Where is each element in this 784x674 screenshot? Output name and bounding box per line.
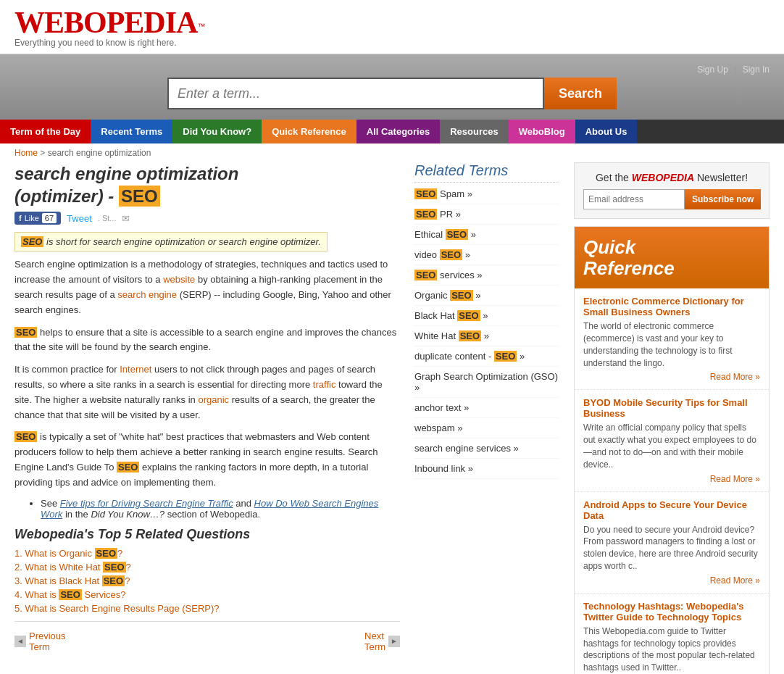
seo-inline-2: SEO bbox=[14, 327, 37, 338]
quick-reference-title: QuickReference bbox=[583, 237, 760, 278]
top5-item-2: 2. What is White Hat SEO? bbox=[14, 562, 400, 573]
quick-reference-header: QuickReference bbox=[575, 227, 769, 288]
prev-arrow-icon: ◄ bbox=[14, 636, 26, 647]
qr-article-desc-2: Do you need to secure your Android devic… bbox=[583, 524, 760, 573]
qr-article-desc-1: Write an official company policy that sp… bbox=[583, 422, 760, 470]
newsletter-title: Get the WEBOPEDIA Newsletter! bbox=[583, 172, 760, 183]
qr-article-link-3[interactable]: Technology Hashtags: Webopedia's Twitter… bbox=[583, 601, 760, 623]
breadcrumb-home[interactable]: Home bbox=[14, 148, 38, 158]
qr-article-0: Electronic Commerce Dictionary for Small… bbox=[575, 288, 769, 390]
newsletter-suffix: Newsletter! bbox=[694, 172, 748, 183]
body-paragraph-1: Search engine optimization is a methodol… bbox=[14, 257, 400, 317]
related-item-8: duplicate content - SEO » bbox=[414, 351, 559, 367]
top5-link-2[interactable]: 2. What is White Hat SEO? bbox=[14, 562, 131, 573]
link-organic[interactable]: organic bbox=[198, 394, 229, 405]
facebook-like[interactable]: f Like 67 bbox=[14, 212, 61, 225]
fb-count: 67 bbox=[42, 213, 57, 223]
nav-quick-reference[interactable]: Quick Reference bbox=[262, 120, 356, 143]
top5-section: Webopedia's Top 5 Related Questions 1. W… bbox=[14, 527, 400, 614]
related-item-4: SEO services » bbox=[414, 270, 559, 286]
sign-up-link[interactable]: Sign Up bbox=[697, 65, 728, 75]
nav-recent-terms[interactable]: Recent Terms bbox=[91, 120, 172, 143]
top5-item-4: 4. What is SEO Services? bbox=[14, 589, 400, 600]
logo-tagline: Everything you need to know is right her… bbox=[14, 38, 205, 48]
body-paragraph-4: SEO is typically a set of "white hat" be… bbox=[14, 430, 400, 490]
seo-def-highlight: SEO bbox=[21, 236, 43, 247]
top5-item-1: 1. What is Organic SEO? bbox=[14, 548, 400, 559]
definition-box: SEO is short for search engine optimizat… bbox=[14, 232, 328, 251]
related-item-2: Ethical SEO » bbox=[414, 229, 559, 245]
qr-article-link-0[interactable]: Electronic Commerce Dictionary for Small… bbox=[583, 296, 760, 317]
qr-article-desc-0: The world of electronic commerce (ecomme… bbox=[583, 320, 760, 369]
newsletter-prefix: Get the bbox=[596, 172, 632, 183]
nav-all-categories[interactable]: All Categories bbox=[356, 120, 440, 143]
qr-article-1: BYOD Mobile Security Tips for Small Busi… bbox=[575, 390, 769, 491]
definition-text: is short for search engine optimization … bbox=[46, 236, 321, 247]
qr-read-more-2[interactable]: Read More » bbox=[583, 575, 760, 586]
nav-did-you-know[interactable]: Did You Know? bbox=[172, 120, 262, 143]
subscribe-button[interactable]: Subscribe now bbox=[685, 189, 761, 209]
related-item-1: SEO PR » bbox=[414, 209, 559, 225]
previous-term-link[interactable]: ◄ PreviousTerm bbox=[14, 631, 66, 652]
nav-about-us[interactable]: About Us bbox=[575, 120, 638, 143]
related-item-0: SEO Spam » bbox=[414, 188, 559, 204]
main-nav: Term of the Day Recent Terms Did You Kno… bbox=[0, 120, 784, 143]
tweet-button[interactable]: Tweet bbox=[67, 213, 92, 224]
top5-link-4[interactable]: 4. What is SEO Services? bbox=[14, 589, 126, 600]
top5-link-5[interactable]: 5. What is Search Engine Results Page (S… bbox=[14, 603, 220, 614]
nav-resources[interactable]: Resources bbox=[440, 120, 508, 143]
related-item-10: anchor text » bbox=[414, 402, 559, 418]
prev-next-nav: ◄ PreviousTerm NextTerm ► bbox=[14, 621, 400, 661]
newsletter-brand: WEBOPEDIA bbox=[632, 172, 694, 183]
quick-reference-box: QuickReference Electronic Commerce Dicti… bbox=[574, 226, 770, 674]
nav-weboblog[interactable]: WeboBlog bbox=[509, 120, 575, 143]
related-item-6: Black Hat SEO » bbox=[414, 310, 559, 326]
top5-link-3[interactable]: 3. What is Black Hat SEO? bbox=[14, 575, 130, 586]
related-item-7: White Hat SEO » bbox=[414, 330, 559, 346]
seo-highlight-title: SEO bbox=[119, 186, 160, 207]
link-traffic[interactable]: traffic bbox=[313, 379, 336, 390]
body-paragraph-3: It is common practice for Internet users… bbox=[14, 362, 400, 423]
next-label: NextTerm bbox=[364, 631, 385, 652]
seo-inline-4b: SEO bbox=[117, 462, 139, 473]
seo-inline-4: SEO bbox=[14, 431, 37, 442]
page-title: search engine optimization(optimizer) - … bbox=[14, 162, 400, 207]
logo-text: WEBOPEDIA bbox=[14, 6, 197, 39]
nav-term-of-day[interactable]: Term of the Day bbox=[0, 120, 91, 143]
related-item-13: Inbound link » bbox=[414, 463, 559, 479]
next-term-link[interactable]: NextTerm ► bbox=[364, 631, 400, 652]
bullet-item-1: See Five tips for Driving Search Engine … bbox=[41, 498, 400, 520]
social-bar: f Like 67 Tweet . St... ✉ bbox=[14, 212, 400, 225]
next-arrow-icon: ► bbox=[388, 636, 400, 647]
qr-read-more-1[interactable]: Read More » bbox=[583, 474, 760, 484]
search-input[interactable] bbox=[167, 78, 544, 109]
link-five-tips[interactable]: Five tips for Driving Search Engine Traf… bbox=[60, 498, 233, 509]
breadcrumb: Home > search engine optimization bbox=[0, 143, 784, 162]
link-website[interactable]: website bbox=[163, 274, 195, 285]
qr-article-2: Android Apps to Secure Your Device Data … bbox=[575, 492, 769, 594]
newsletter-box: Get the WEBOPEDIA Newsletter! Subscribe … bbox=[574, 162, 770, 219]
link-internet[interactable]: Internet bbox=[120, 364, 151, 375]
related-item-9: Graph Search Optimization (GSO) » bbox=[414, 371, 559, 398]
fb-icon: f bbox=[19, 214, 22, 222]
top5-title: Webopedia's Top 5 Related Questions bbox=[14, 527, 400, 542]
breadcrumb-path: search engine optimization bbox=[48, 148, 151, 158]
qr-read-more-0[interactable]: Read More » bbox=[583, 372, 760, 382]
top5-item-3: 3. What is Black Hat SEO? bbox=[14, 575, 400, 586]
top5-link-1[interactable]: 1. What is Organic SEO? bbox=[14, 548, 122, 559]
fb-like-label[interactable]: Like bbox=[25, 214, 39, 222]
sign-in-link[interactable]: Sign In bbox=[743, 65, 770, 75]
related-item-3: video SEO » bbox=[414, 249, 559, 265]
body-paragraph-2: SEO helps to ensure that a site is acces… bbox=[14, 325, 400, 356]
email-icon[interactable]: ✉ bbox=[122, 213, 130, 224]
qr-article-link-1[interactable]: BYOD Mobile Security Tips for Small Busi… bbox=[583, 397, 760, 419]
newsletter-email-input[interactable] bbox=[583, 189, 685, 209]
search-button[interactable]: Search bbox=[544, 78, 617, 109]
related-terms-title: Related Terms bbox=[414, 162, 559, 183]
share-separator: . St... bbox=[98, 214, 117, 222]
qr-article-link-2[interactable]: Android Apps to Secure Your Device Data bbox=[583, 499, 760, 521]
related-item-5: Organic SEO » bbox=[414, 290, 559, 306]
related-item-11: webspam » bbox=[414, 423, 559, 438]
link-search-engine[interactable]: search engine bbox=[117, 289, 177, 300]
qr-article-3: Technology Hashtags: Webopedia's Twitter… bbox=[575, 594, 769, 674]
